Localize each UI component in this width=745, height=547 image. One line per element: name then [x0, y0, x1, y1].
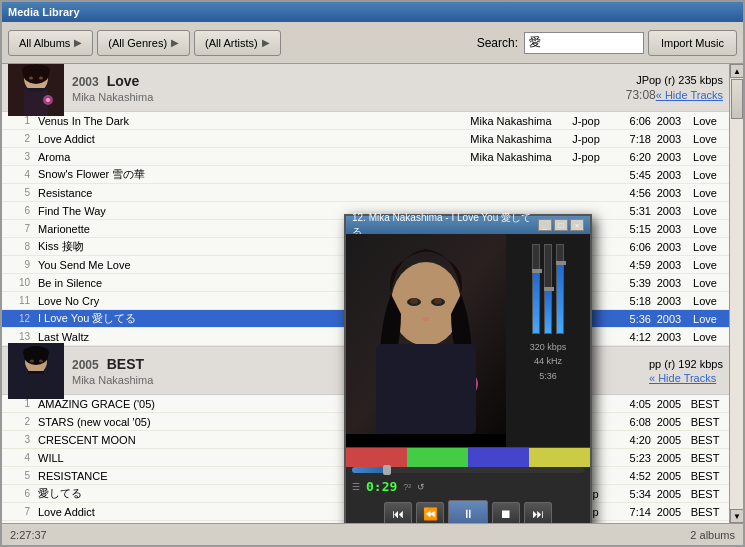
player-body: 320 kbps 44 kHz 5:36: [346, 234, 590, 447]
track-year: 2003: [651, 241, 687, 253]
track-duration: 5:15: [611, 223, 651, 235]
album-name-best: BEST: [107, 356, 144, 372]
track-genre: J-pop: [561, 115, 611, 127]
player-info: 320 kbps 44 kHz 5:36: [528, 338, 569, 385]
track-genre: J-pop: [561, 133, 611, 145]
import-music-button[interactable]: Import Music: [648, 30, 737, 56]
track-duration: 6:06: [611, 115, 651, 127]
color-btn-blue[interactable]: [468, 448, 529, 467]
album-art-best: [8, 343, 64, 399]
album-name: Love: [107, 73, 140, 89]
track-year: 2005: [651, 416, 687, 428]
arrow-icon: ▶: [171, 37, 179, 48]
progress-bar[interactable]: [352, 467, 584, 473]
color-btn-green[interactable]: [407, 448, 468, 467]
track-album: Love: [687, 295, 723, 307]
album-genre-row-best: pp (r) 192 kbps: [649, 358, 723, 370]
track-album: Love: [687, 115, 723, 127]
all-genres-button[interactable]: (All Genres) ▶: [97, 30, 190, 56]
track-year: 2003: [651, 133, 687, 145]
title-bar: Media Library: [2, 2, 743, 22]
track-row[interactable]: 4Snow's Flower 雪の華5:452003Love: [2, 166, 729, 184]
track-album: BEST: [687, 506, 723, 518]
svg-point-22: [422, 317, 430, 321]
rew-button[interactable]: ⏪: [416, 502, 444, 523]
progress-fill: [352, 467, 387, 473]
search-input[interactable]: [524, 32, 644, 54]
next-button[interactable]: ⏭: [524, 502, 552, 523]
track-number: 5: [8, 187, 30, 198]
prev-button[interactable]: ⏮: [384, 502, 412, 523]
track-album: Love: [687, 259, 723, 271]
scroll-track[interactable]: [730, 78, 743, 509]
track-number: 4: [8, 452, 30, 463]
color-btn-red[interactable]: [346, 448, 407, 467]
player-minimize-button[interactable]: _: [538, 219, 552, 231]
track-year: 2003: [651, 277, 687, 289]
track-year: 2003: [651, 151, 687, 163]
track-title: Snow's Flower 雪の華: [30, 167, 461, 182]
stop-button[interactable]: ⏹: [492, 502, 520, 523]
album-genre-row: JPop (r) 235 kbps: [626, 74, 723, 86]
music-player: 12. Mika Nakashima - I Love You 愛してる _ □…: [344, 214, 592, 523]
track-row[interactable]: 1Venus In The DarkMika NakashimaJ-pop6:0…: [2, 112, 729, 130]
track-year: 2003: [651, 259, 687, 271]
scroll-thumb[interactable]: [731, 79, 743, 119]
eq-slider-2[interactable]: [544, 244, 552, 334]
eq-slider-3[interactable]: [556, 244, 564, 334]
albums-count: 2 albums: [690, 529, 735, 541]
track-row[interactable]: 5Resistance4:562003Love: [2, 184, 729, 202]
svg-point-4: [29, 76, 33, 79]
scrollbar[interactable]: ▲ ▼: [729, 64, 743, 523]
track-year: 2003: [651, 187, 687, 199]
scroll-up-button[interactable]: ▲: [730, 64, 743, 78]
track-duration: 5:34: [611, 488, 651, 500]
play-pause-button[interactable]: ⏸: [448, 500, 488, 523]
track-genre: J-pop: [561, 151, 611, 163]
track-number: 6: [8, 488, 30, 499]
toolbar: All Albums ▶ (All Genres) ▶ (All Artists…: [2, 22, 743, 64]
track-album: BEST: [687, 434, 723, 446]
hide-tracks-button-1[interactable]: Hide Tracks: [656, 89, 723, 101]
track-duration: 5:18: [611, 295, 651, 307]
track-number: 10: [8, 277, 30, 288]
track-artist: Mika Nakashima: [461, 115, 561, 127]
track-number: 3: [8, 151, 30, 162]
scroll-down-button[interactable]: ▼: [730, 509, 743, 523]
track-year: 2003: [651, 295, 687, 307]
player-maximize-button[interactable]: □: [554, 219, 568, 231]
track-album: BEST: [687, 416, 723, 428]
track-year: 2003: [651, 331, 687, 343]
track-number: 7: [8, 506, 30, 517]
all-albums-button[interactable]: All Albums ▶: [8, 30, 93, 56]
progress-thumb: [383, 465, 391, 475]
track-year: 2003: [651, 169, 687, 181]
track-row[interactable]: 3AromaMika NakashimaJ-pop6:202003Love: [2, 148, 729, 166]
track-number: 4: [8, 169, 30, 180]
track-number: 3: [8, 434, 30, 445]
eq-slider-1[interactable]: [532, 244, 540, 334]
player-right-panel: 320 kbps 44 kHz 5:36: [506, 234, 590, 447]
player-controls: ⏮ ⏪ ⏸ ⏹ ⏭: [346, 496, 590, 523]
album-cover-best: [8, 343, 64, 399]
color-btn-yellow[interactable]: [529, 448, 590, 467]
eq-sliders: [528, 238, 568, 338]
player-colorbar: [346, 447, 590, 467]
track-duration: 4:56: [611, 187, 651, 199]
track-number: 1: [8, 398, 30, 409]
track-duration: 6:08: [611, 416, 651, 428]
track-row[interactable]: 2Love AddictMika NakashimaJ-pop7:182003L…: [2, 130, 729, 148]
player-bitrate: 320 kbps: [530, 340, 567, 354]
album-cover-love: [8, 64, 64, 116]
player-close-button[interactable]: ×: [570, 219, 584, 231]
track-album: Love: [687, 169, 723, 181]
all-artists-button[interactable]: (All Artists) ▶: [194, 30, 281, 56]
track-artist: Mika Nakashima: [461, 151, 561, 163]
track-year: 2005: [651, 470, 687, 482]
track-album: Love: [687, 277, 723, 289]
track-duration: 4:52: [611, 470, 651, 482]
track-album: Love: [687, 133, 723, 145]
track-duration: 5:45: [611, 169, 651, 181]
album-info-love: 2003 Love Mika Nakashima: [72, 73, 626, 103]
hide-tracks-button-2[interactable]: Hide Tracks: [649, 372, 716, 384]
